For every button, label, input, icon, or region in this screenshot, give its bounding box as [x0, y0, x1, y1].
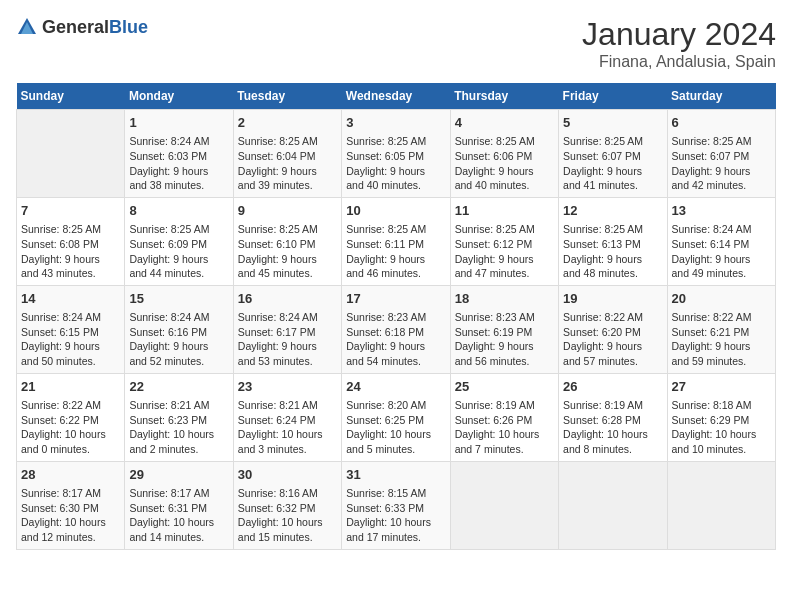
day-number: 2: [238, 114, 337, 132]
day-number: 18: [455, 290, 554, 308]
day-info: Sunrise: 8:25 AMSunset: 6:09 PMDaylight:…: [129, 222, 228, 281]
day-number: 5: [563, 114, 662, 132]
day-info: Sunrise: 8:24 AMSunset: 6:16 PMDaylight:…: [129, 310, 228, 369]
calendar-cell: 9Sunrise: 8:25 AMSunset: 6:10 PMDaylight…: [233, 197, 341, 285]
day-info: Sunrise: 8:20 AMSunset: 6:25 PMDaylight:…: [346, 398, 445, 457]
day-number: 24: [346, 378, 445, 396]
col-header-tuesday: Tuesday: [233, 83, 341, 110]
day-info: Sunrise: 8:25 AMSunset: 6:05 PMDaylight:…: [346, 134, 445, 193]
col-header-monday: Monday: [125, 83, 233, 110]
day-number: 28: [21, 466, 120, 484]
calendar-cell: 18Sunrise: 8:23 AMSunset: 6:19 PMDayligh…: [450, 285, 558, 373]
calendar-cell: 24Sunrise: 8:20 AMSunset: 6:25 PMDayligh…: [342, 373, 450, 461]
day-number: 23: [238, 378, 337, 396]
calendar-cell: 20Sunrise: 8:22 AMSunset: 6:21 PMDayligh…: [667, 285, 775, 373]
day-number: 14: [21, 290, 120, 308]
calendar-cell: 8Sunrise: 8:25 AMSunset: 6:09 PMDaylight…: [125, 197, 233, 285]
day-number: 3: [346, 114, 445, 132]
col-header-sunday: Sunday: [17, 83, 125, 110]
calendar-header: SundayMondayTuesdayWednesdayThursdayFrid…: [17, 83, 776, 110]
col-header-thursday: Thursday: [450, 83, 558, 110]
week-row-3: 14Sunrise: 8:24 AMSunset: 6:15 PMDayligh…: [17, 285, 776, 373]
day-info: Sunrise: 8:24 AMSunset: 6:15 PMDaylight:…: [21, 310, 120, 369]
day-number: 11: [455, 202, 554, 220]
calendar-cell: 28Sunrise: 8:17 AMSunset: 6:30 PMDayligh…: [17, 461, 125, 549]
day-number: 7: [21, 202, 120, 220]
day-number: 15: [129, 290, 228, 308]
calendar-cell: 1Sunrise: 8:24 AMSunset: 6:03 PMDaylight…: [125, 110, 233, 198]
calendar-cell: 17Sunrise: 8:23 AMSunset: 6:18 PMDayligh…: [342, 285, 450, 373]
day-number: 1: [129, 114, 228, 132]
col-header-friday: Friday: [559, 83, 667, 110]
day-info: Sunrise: 8:25 AMSunset: 6:12 PMDaylight:…: [455, 222, 554, 281]
day-info: Sunrise: 8:19 AMSunset: 6:28 PMDaylight:…: [563, 398, 662, 457]
calendar-cell: 10Sunrise: 8:25 AMSunset: 6:11 PMDayligh…: [342, 197, 450, 285]
calendar-cell: 23Sunrise: 8:21 AMSunset: 6:24 PMDayligh…: [233, 373, 341, 461]
day-info: Sunrise: 8:17 AMSunset: 6:30 PMDaylight:…: [21, 486, 120, 545]
col-header-wednesday: Wednesday: [342, 83, 450, 110]
day-number: 20: [672, 290, 771, 308]
logo-general: General: [42, 17, 109, 37]
calendar-cell: 29Sunrise: 8:17 AMSunset: 6:31 PMDayligh…: [125, 461, 233, 549]
day-info: Sunrise: 8:25 AMSunset: 6:06 PMDaylight:…: [455, 134, 554, 193]
calendar-cell: 6Sunrise: 8:25 AMSunset: 6:07 PMDaylight…: [667, 110, 775, 198]
calendar-cell: 26Sunrise: 8:19 AMSunset: 6:28 PMDayligh…: [559, 373, 667, 461]
calendar-cell: 27Sunrise: 8:18 AMSunset: 6:29 PMDayligh…: [667, 373, 775, 461]
page-header: GeneralBlue January 2024 Finana, Andalus…: [16, 16, 776, 71]
calendar-table: SundayMondayTuesdayWednesdayThursdayFrid…: [16, 83, 776, 550]
day-number: 31: [346, 466, 445, 484]
day-info: Sunrise: 8:25 AMSunset: 6:07 PMDaylight:…: [672, 134, 771, 193]
calendar-cell: 2Sunrise: 8:25 AMSunset: 6:04 PMDaylight…: [233, 110, 341, 198]
day-number: 9: [238, 202, 337, 220]
day-info: Sunrise: 8:15 AMSunset: 6:33 PMDaylight:…: [346, 486, 445, 545]
day-info: Sunrise: 8:25 AMSunset: 6:07 PMDaylight:…: [563, 134, 662, 193]
day-number: 27: [672, 378, 771, 396]
calendar-cell: 22Sunrise: 8:21 AMSunset: 6:23 PMDayligh…: [125, 373, 233, 461]
day-info: Sunrise: 8:25 AMSunset: 6:04 PMDaylight:…: [238, 134, 337, 193]
logo-text: GeneralBlue: [42, 17, 148, 38]
week-row-4: 21Sunrise: 8:22 AMSunset: 6:22 PMDayligh…: [17, 373, 776, 461]
calendar-cell: 3Sunrise: 8:25 AMSunset: 6:05 PMDaylight…: [342, 110, 450, 198]
calendar-cell: 25Sunrise: 8:19 AMSunset: 6:26 PMDayligh…: [450, 373, 558, 461]
day-number: 17: [346, 290, 445, 308]
day-info: Sunrise: 8:22 AMSunset: 6:21 PMDaylight:…: [672, 310, 771, 369]
day-info: Sunrise: 8:24 AMSunset: 6:03 PMDaylight:…: [129, 134, 228, 193]
logo-blue: Blue: [109, 17, 148, 37]
calendar-cell: 4Sunrise: 8:25 AMSunset: 6:06 PMDaylight…: [450, 110, 558, 198]
day-info: Sunrise: 8:16 AMSunset: 6:32 PMDaylight:…: [238, 486, 337, 545]
page-title: January 2024: [582, 16, 776, 53]
day-number: 12: [563, 202, 662, 220]
page-subtitle: Finana, Andalusia, Spain: [582, 53, 776, 71]
day-info: Sunrise: 8:25 AMSunset: 6:08 PMDaylight:…: [21, 222, 120, 281]
calendar-cell: [450, 461, 558, 549]
calendar-cell: 14Sunrise: 8:24 AMSunset: 6:15 PMDayligh…: [17, 285, 125, 373]
logo-icon: [16, 16, 38, 38]
day-number: 8: [129, 202, 228, 220]
week-row-2: 7Sunrise: 8:25 AMSunset: 6:08 PMDaylight…: [17, 197, 776, 285]
day-number: 10: [346, 202, 445, 220]
calendar-cell: [559, 461, 667, 549]
day-info: Sunrise: 8:25 AMSunset: 6:13 PMDaylight:…: [563, 222, 662, 281]
calendar-cell: 11Sunrise: 8:25 AMSunset: 6:12 PMDayligh…: [450, 197, 558, 285]
calendar-cell: 16Sunrise: 8:24 AMSunset: 6:17 PMDayligh…: [233, 285, 341, 373]
day-info: Sunrise: 8:23 AMSunset: 6:19 PMDaylight:…: [455, 310, 554, 369]
day-number: 4: [455, 114, 554, 132]
calendar-cell: 5Sunrise: 8:25 AMSunset: 6:07 PMDaylight…: [559, 110, 667, 198]
day-number: 22: [129, 378, 228, 396]
calendar-cell: 15Sunrise: 8:24 AMSunset: 6:16 PMDayligh…: [125, 285, 233, 373]
day-info: Sunrise: 8:23 AMSunset: 6:18 PMDaylight:…: [346, 310, 445, 369]
calendar-cell: 30Sunrise: 8:16 AMSunset: 6:32 PMDayligh…: [233, 461, 341, 549]
day-info: Sunrise: 8:18 AMSunset: 6:29 PMDaylight:…: [672, 398, 771, 457]
day-number: 19: [563, 290, 662, 308]
day-info: Sunrise: 8:22 AMSunset: 6:20 PMDaylight:…: [563, 310, 662, 369]
calendar-cell: 7Sunrise: 8:25 AMSunset: 6:08 PMDaylight…: [17, 197, 125, 285]
day-number: 6: [672, 114, 771, 132]
day-info: Sunrise: 8:24 AMSunset: 6:17 PMDaylight:…: [238, 310, 337, 369]
day-number: 26: [563, 378, 662, 396]
col-header-saturday: Saturday: [667, 83, 775, 110]
day-info: Sunrise: 8:21 AMSunset: 6:24 PMDaylight:…: [238, 398, 337, 457]
day-info: Sunrise: 8:25 AMSunset: 6:11 PMDaylight:…: [346, 222, 445, 281]
week-row-5: 28Sunrise: 8:17 AMSunset: 6:30 PMDayligh…: [17, 461, 776, 549]
calendar-cell: [17, 110, 125, 198]
day-info: Sunrise: 8:19 AMSunset: 6:26 PMDaylight:…: [455, 398, 554, 457]
